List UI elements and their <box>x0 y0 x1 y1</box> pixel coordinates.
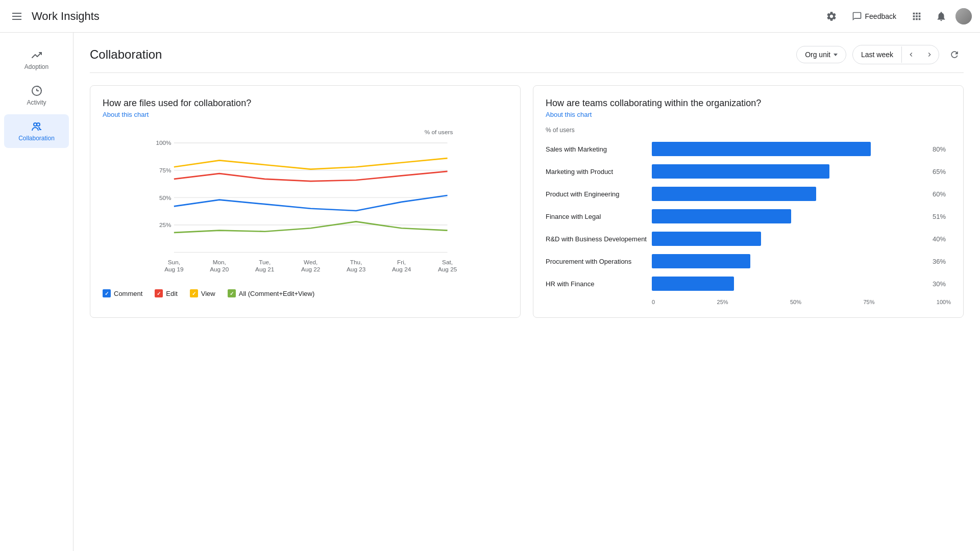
feedback-icon <box>852 11 862 21</box>
page-title: Collaboration <box>90 47 162 62</box>
bar-fill <box>652 232 761 246</box>
feedback-button[interactable]: Feedback <box>846 7 902 26</box>
svg-text:Sun,: Sun, <box>168 259 180 265</box>
bar-row: Product with Engineering60% <box>546 187 951 201</box>
sidebar: Adoption Activity <box>0 33 74 330</box>
bar-pct: 80% <box>933 145 951 153</box>
sidebar-label-activity: Activity <box>27 99 46 106</box>
svg-text:Aug 25: Aug 25 <box>438 266 457 272</box>
svg-point-4 <box>37 123 40 126</box>
app-body: Adoption Activity <box>0 33 980 330</box>
gear-icon <box>826 11 837 22</box>
legend-comment-checkbox: ✓ <box>103 289 111 297</box>
sidebar-label-adoption: Adoption <box>24 63 48 70</box>
bar-pct: 65% <box>933 168 951 176</box>
legend-comment-label: Comment <box>114 290 142 297</box>
bar-row: Sales with Marketing80% <box>546 142 951 156</box>
bell-icon <box>936 11 947 22</box>
bar-fill <box>652 254 750 268</box>
next-date-button[interactable] <box>920 45 939 64</box>
bar-track <box>652 209 925 223</box>
page-header: Collaboration Org unit Last week <box>90 45 964 73</box>
bar-chart-title: How are teams collaborating within the o… <box>546 98 951 109</box>
bar-chart-card: How are teams collaborating within the o… <box>533 85 964 318</box>
line-chart-about-link[interactable]: About this chart <box>103 111 508 118</box>
legend-edit-checkbox: ✓ <box>155 289 163 297</box>
bar-label: R&D with Business Developement <box>546 235 648 243</box>
header-right: Feedback <box>821 6 972 27</box>
header: Work Insights Feedback <box>0 0 980 33</box>
legend-all-checkbox: ✓ <box>228 289 236 297</box>
svg-text:100%: 100% <box>156 139 172 146</box>
refresh-button[interactable] <box>945 45 964 64</box>
bar-rows: Sales with Marketing80%Marketing with Pr… <box>546 142 951 291</box>
x-tick-0: 0 <box>652 299 655 305</box>
x-tick-50: 50% <box>790 299 801 305</box>
refresh-icon <box>949 49 960 60</box>
bar-chart-about-link[interactable]: About this chart <box>546 111 951 118</box>
bar-chart-y-label: % of users <box>546 127 951 134</box>
sidebar-item-adoption[interactable]: Adoption <box>4 43 69 77</box>
line-chart-card: How are files used for collaboration? Ab… <box>90 85 521 318</box>
org-unit-button[interactable]: Org unit <box>796 46 846 63</box>
charts-row: How are files used for collaboration? Ab… <box>90 85 964 318</box>
line-chart-legend: ✓ Comment ✓ Edit ✓ View <box>103 289 508 297</box>
collaboration-icon <box>31 120 43 133</box>
legend-comment[interactable]: ✓ Comment <box>103 289 142 297</box>
sidebar-item-collaboration[interactable]: Collaboration <box>4 114 69 148</box>
legend-all[interactable]: ✓ All (Comment+Edit+View) <box>228 289 315 297</box>
legend-edit[interactable]: ✓ Edit <box>155 289 177 297</box>
legend-all-label: All (Comment+Edit+View) <box>239 290 315 297</box>
bar-track <box>652 142 925 156</box>
main-content: Collaboration Org unit Last week <box>74 33 980 330</box>
svg-text:Wed,: Wed, <box>304 259 317 265</box>
legend-edit-label: Edit <box>166 290 177 297</box>
bar-row: Procurement with Operations36% <box>546 254 951 268</box>
bar-label: Procurement with Operations <box>546 258 648 265</box>
bar-fill <box>652 277 734 291</box>
bar-fill <box>652 142 871 156</box>
avatar-image <box>955 8 972 24</box>
svg-text:Fri,: Fri, <box>397 259 406 265</box>
x-tick-25: 25% <box>717 299 728 305</box>
bar-fill <box>652 209 791 223</box>
svg-text:Aug 20: Aug 20 <box>210 266 229 272</box>
svg-text:Sat,: Sat, <box>442 259 453 265</box>
bar-track <box>652 277 925 291</box>
bar-row: HR with Finance30% <box>546 277 951 291</box>
sidebar-label-collaboration: Collaboration <box>18 135 55 142</box>
bar-pct: 60% <box>933 190 951 198</box>
prev-date-button[interactable] <box>902 45 920 64</box>
feedback-label: Feedback <box>865 12 896 20</box>
bar-pct: 30% <box>933 280 951 288</box>
svg-text:75%: 75% <box>159 167 172 173</box>
activity-icon <box>31 85 43 97</box>
menu-button[interactable] <box>8 9 26 24</box>
bar-track <box>652 164 925 179</box>
date-nav: Last week <box>852 45 939 64</box>
svg-text:Aug 23: Aug 23 <box>347 266 366 272</box>
trending-up-icon <box>31 49 43 61</box>
svg-text:Mon,: Mon, <box>213 259 226 265</box>
org-unit-label: Org unit <box>805 51 830 59</box>
svg-text:Aug 22: Aug 22 <box>301 266 320 272</box>
legend-view[interactable]: ✓ View <box>190 289 215 297</box>
bar-row: Finance with Legal51% <box>546 209 951 223</box>
bar-fill <box>652 164 829 179</box>
apps-button[interactable] <box>906 6 927 27</box>
legend-view-label: View <box>201 290 215 297</box>
sidebar-item-activity[interactable]: Activity <box>4 79 69 112</box>
svg-text:50%: 50% <box>159 194 172 201</box>
bar-label: Product with Engineering <box>546 190 648 198</box>
legend-view-checkbox: ✓ <box>190 289 198 297</box>
bar-label: Sales with Marketing <box>546 145 648 153</box>
bar-track <box>652 232 925 246</box>
apps-icon <box>911 11 922 22</box>
settings-button[interactable] <box>821 6 842 27</box>
avatar[interactable] <box>955 8 972 24</box>
chevron-left-icon <box>907 51 915 59</box>
svg-text:Thu,: Thu, <box>350 259 362 265</box>
svg-text:Aug 19: Aug 19 <box>164 266 183 272</box>
notifications-button[interactable] <box>931 6 951 27</box>
line-chart-title: How are files used for collaboration? <box>103 98 508 109</box>
